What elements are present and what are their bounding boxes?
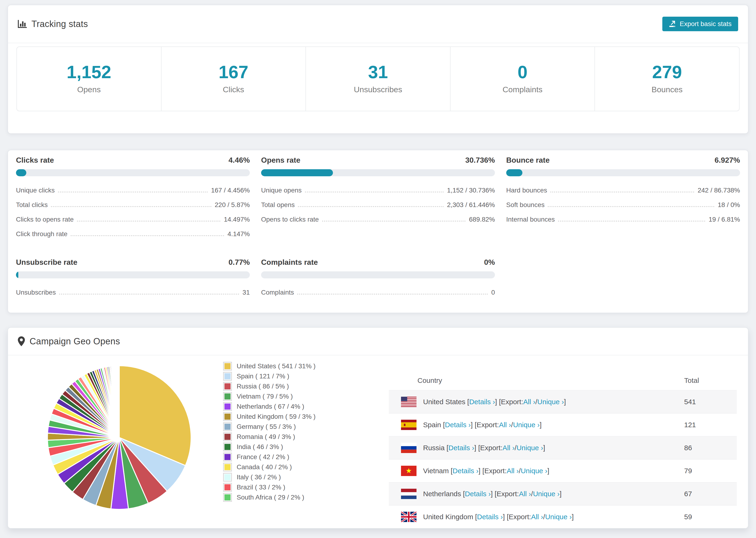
export-all-link[interactable]: All › <box>499 421 511 429</box>
details-link[interactable]: Details › <box>477 513 503 521</box>
flag-ru-icon <box>401 443 416 453</box>
export-unique-link[interactable]: Unique › <box>513 421 540 429</box>
legend-item[interactable]: United Kingdom ( 59 / 3% ) <box>223 411 315 422</box>
dotted-leader <box>77 221 221 222</box>
legend-label: Germany ( 55 / 3% ) <box>237 423 296 430</box>
country-total: 86 <box>684 444 737 452</box>
legend-item[interactable]: Vietnam ( 79 / 5% ) <box>223 391 315 402</box>
stat-label: Opens <box>77 85 101 94</box>
legend-item[interactable]: Spain ( 121 / 7% ) <box>223 371 315 381</box>
legend-swatch <box>223 372 232 381</box>
country-name: Netherlands <box>423 490 461 498</box>
details-link[interactable]: Details › <box>453 467 478 475</box>
legend-item[interactable]: India ( 46 / 3% ) <box>223 442 315 452</box>
country-total: 79 <box>684 467 737 475</box>
legend-label: Canada ( 40 / 2% ) <box>237 463 292 471</box>
rate-row: Unique opens 1,152 / 30.736% <box>261 187 495 194</box>
details-link[interactable]: Details › <box>445 421 471 429</box>
geo-table-row: United States [Details ›] [Export: All ›… <box>389 390 737 413</box>
legend-swatch <box>223 473 232 482</box>
export-all-link[interactable]: All › <box>503 444 514 452</box>
export-unique-link[interactable]: Unique › <box>545 513 572 521</box>
rates-panel: Clicks rate 4.46% Unique clicks 167 / 4.… <box>8 150 748 313</box>
rate-row: Internal bounces 19 / 6.81% <box>506 216 740 223</box>
flag-es-icon <box>401 420 416 430</box>
country-total: 59 <box>684 513 737 521</box>
country-column-header: Country <box>389 377 684 385</box>
flag-gb-icon <box>401 512 416 522</box>
dotted-leader <box>322 221 466 222</box>
rate-title: Unsubscribe rate <box>16 258 77 267</box>
legend-label: Netherlands ( 67 / 4% ) <box>237 403 304 410</box>
export-basic-stats-button[interactable]: Export basic stats <box>662 17 738 31</box>
legend-item[interactable]: Romania ( 49 / 3% ) <box>223 432 315 442</box>
legend-item[interactable]: Italy ( 36 / 2% ) <box>223 472 315 482</box>
legend-label: Russia ( 86 / 5% ) <box>237 383 289 390</box>
legend-label: France ( 42 / 2% ) <box>237 453 289 461</box>
legend-item[interactable]: Netherlands ( 67 / 4% ) <box>223 402 315 411</box>
rate-percent: 6.927% <box>715 156 740 165</box>
export-unique-link[interactable]: Unique › <box>521 467 547 475</box>
geo-header: Campaign Geo Opens <box>8 328 748 355</box>
progress-fill <box>506 169 522 176</box>
rate-title: Opens rate <box>261 156 300 165</box>
export-all-link[interactable]: All › <box>523 398 536 406</box>
export-unique-link[interactable]: Unique › <box>533 490 560 498</box>
export-icon <box>669 21 676 27</box>
legend-swatch <box>223 463 232 471</box>
export-all-link[interactable]: All › <box>507 467 519 475</box>
legend-swatch <box>223 422 232 431</box>
legend-item[interactable]: Germany ( 55 / 3% ) <box>223 422 315 432</box>
dotted-leader <box>548 206 715 207</box>
export-all-link[interactable]: All › <box>531 513 543 521</box>
country-total: 121 <box>684 421 737 429</box>
legend-swatch <box>223 392 232 401</box>
legend-item[interactable]: South Africa ( 29 / 2% ) <box>223 492 315 502</box>
legend-label: Spain ( 121 / 7% ) <box>237 372 289 380</box>
progress-bar <box>16 169 250 176</box>
stat-card-unsubscribes: 31 Unsubscribes <box>306 47 451 111</box>
rate-percent: 30.736% <box>465 156 495 165</box>
legend-swatch <box>223 402 232 411</box>
dashboard-page: Tracking stats Export basic stats 1,152 … <box>0 0 756 538</box>
legend-label: Vietnam ( 79 / 5% ) <box>237 393 293 400</box>
stat-label: Unsubscribes <box>354 85 402 94</box>
country-name: Spain <box>423 421 441 429</box>
rate-row: Total clicks 220 / 5.87% <box>16 201 250 209</box>
dotted-leader <box>298 206 444 207</box>
details-link[interactable]: Details › <box>465 490 491 498</box>
legend-item[interactable]: United States ( 541 / 31% ) <box>223 361 315 371</box>
pie-slice <box>119 366 119 438</box>
legend-label: South Africa ( 29 / 2% ) <box>237 494 304 501</box>
page-title: Tracking stats <box>31 19 88 29</box>
rate-row: Opens to clicks rate 689.82% <box>261 216 495 223</box>
legend-swatch <box>223 483 232 492</box>
geo-title: Campaign Geo Opens <box>29 336 120 347</box>
flag-us-icon <box>401 397 416 407</box>
geo-table-row: Spain [Details ›] [Export: All › / Uniqu… <box>389 413 737 436</box>
total-column-header: Total <box>684 377 737 385</box>
stat-card-bounces: 279 Bounces <box>595 47 739 111</box>
geo-table-row: United Kingdom [Details ›] [Export: All … <box>389 505 737 528</box>
tracking-stats-header: Tracking stats Export basic stats <box>8 5 748 43</box>
legend-item[interactable]: Russia ( 86 / 5% ) <box>223 381 315 391</box>
geo-opens-pie-chart <box>46 365 192 510</box>
progress-bar <box>261 169 495 176</box>
legend-item[interactable]: Brazil ( 33 / 2% ) <box>223 482 315 492</box>
stat-value: 31 <box>368 62 388 82</box>
campaign-geo-opens-panel: Campaign Geo Opens United States ( 541 /… <box>8 327 748 529</box>
export-all-link[interactable]: All › <box>519 490 531 498</box>
rate-row: Complaints 0 <box>261 289 495 296</box>
legend-item[interactable]: Canada ( 40 / 2% ) <box>223 462 315 472</box>
legend-item[interactable]: France ( 42 / 2% ) <box>223 452 315 462</box>
dotted-leader <box>550 191 694 192</box>
country-name: Russia <box>423 444 445 452</box>
export-unique-link[interactable]: Unique › <box>516 444 543 452</box>
details-link[interactable]: Details › <box>449 444 474 452</box>
geo-table-row: Germany [Details ›] [Export: All › / Uni… <box>389 528 737 529</box>
pie-legend: United States ( 541 / 31% ) Spain ( 121 … <box>223 361 315 502</box>
flag-nl-icon <box>401 489 416 499</box>
rate-row: Unsubscribes 31 <box>16 289 250 296</box>
export-unique-link[interactable]: Unique › <box>537 398 564 406</box>
details-link[interactable]: Details › <box>469 398 495 406</box>
